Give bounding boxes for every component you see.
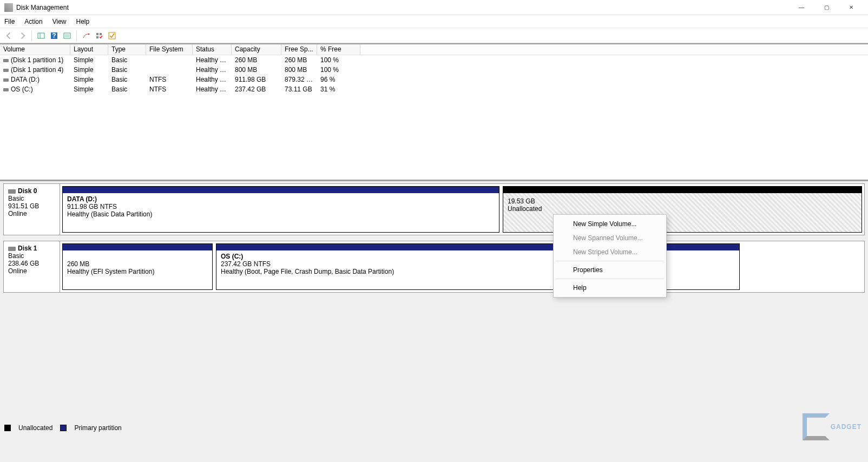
- forward-button[interactable]: [16, 30, 28, 42]
- menu-file[interactable]: File: [4, 18, 15, 25]
- partition-data-d[interactable]: DATA (D:) 911.98 GB NTFS Healthy (Basic …: [62, 186, 499, 233]
- menu-help[interactable]: Help: [76, 18, 90, 25]
- back-button[interactable]: [3, 30, 15, 42]
- legend-unallocated-swatch: [4, 425, 11, 431]
- svg-text:?: ?: [52, 32, 56, 39]
- context-menu: New Simple Volume... New Spanned Volume.…: [553, 214, 667, 298]
- ctx-new-striped-volume: New Striped Volume...: [554, 245, 666, 259]
- ctx-separator: [556, 279, 664, 279]
- app-icon: [4, 3, 13, 12]
- disk-icon: [3, 59, 9, 62]
- col-capacity[interactable]: Capacity: [232, 44, 281, 55]
- col-type[interactable]: Type: [108, 44, 146, 55]
- volume-row[interactable]: (Disk 1 partition 4) Simple Basic Health…: [0, 65, 868, 75]
- svg-rect-10: [109, 32, 115, 39]
- disk-0-info[interactable]: Disk 0 Basic 931.51 GB Online: [4, 184, 60, 235]
- svg-rect-0: [38, 33, 44, 38]
- disk-icon: [3, 78, 9, 82]
- svg-rect-8: [100, 33, 102, 35]
- watermark-logo: GADGET: [803, 413, 862, 440]
- volume-list-header: Volume Layout Type File System Status Ca…: [0, 44, 868, 55]
- partition-stripe-primary: [63, 244, 212, 250]
- svg-rect-7: [96, 33, 98, 35]
- disk-icon: [3, 88, 9, 91]
- toolbar-list-icon[interactable]: [93, 30, 105, 42]
- svg-point-6: [88, 33, 90, 35]
- disk-graphic-pane: Disk 0 Basic 931.51 GB Online DATA (D:) …: [0, 180, 868, 462]
- menu-view[interactable]: View: [52, 18, 67, 25]
- disk-icon: [8, 189, 16, 194]
- toolbar-refresh-icon[interactable]: [61, 30, 73, 42]
- menu-action[interactable]: Action: [24, 18, 42, 25]
- menubar: File Action View Help: [0, 15, 868, 28]
- toolbar-show-hide-console-tree[interactable]: [35, 30, 47, 42]
- disk-icon: [3, 69, 9, 72]
- svg-rect-5: [65, 34, 69, 37]
- ctx-properties[interactable]: Properties: [554, 263, 666, 277]
- legend-primary-label: Primary partition: [74, 424, 121, 432]
- ctx-help[interactable]: Help: [554, 281, 666, 295]
- legend-primary-swatch: [60, 425, 67, 431]
- volume-row[interactable]: (Disk 1 partition 1) Simple Basic Health…: [0, 55, 868, 65]
- volume-row[interactable]: OS (C:) Simple Basic NTFS Healthy (B... …: [0, 84, 868, 94]
- col-free[interactable]: Free Sp...: [281, 44, 317, 55]
- col-layout[interactable]: Layout: [70, 44, 108, 55]
- toolbar-settings-icon[interactable]: [80, 30, 92, 42]
- col-status[interactable]: Status: [193, 44, 232, 55]
- titlebar: Disk Management — ▢ ✕: [0, 0, 868, 15]
- toolbar: ?: [0, 28, 868, 43]
- disk-1-info[interactable]: Disk 1 Basic 238.46 GB Online: [4, 241, 60, 292]
- disk-icon: [8, 247, 16, 251]
- svg-rect-9: [96, 36, 98, 38]
- volume-list-pane: Volume Layout Type File System Status Ca…: [0, 43, 868, 180]
- volume-row[interactable]: DATA (D:) Simple Basic NTFS Healthy (B..…: [0, 75, 868, 84]
- partition-stripe-unallocated: [503, 187, 862, 193]
- col-percent-free[interactable]: % Free: [317, 44, 360, 55]
- col-volume[interactable]: Volume: [0, 44, 70, 55]
- partition-stripe-primary: [63, 187, 499, 193]
- col-filesystem[interactable]: File System: [146, 44, 193, 55]
- ctx-separator: [556, 261, 664, 261]
- close-button[interactable]: ✕: [839, 1, 864, 14]
- partition-efi[interactable]: 260 MB Healthy (EFI System Partition): [62, 243, 213, 290]
- toolbar-check-icon[interactable]: [106, 30, 118, 42]
- toolbar-help-icon[interactable]: ?: [48, 30, 60, 42]
- maximize-button[interactable]: ▢: [814, 1, 839, 14]
- ctx-new-spanned-volume: New Spanned Volume...: [554, 231, 666, 245]
- minimize-button[interactable]: —: [789, 1, 814, 14]
- legend: Unallocated Primary partition: [4, 424, 122, 432]
- legend-unallocated-label: Unallocated: [18, 424, 52, 432]
- window-title: Disk Management: [16, 4, 789, 11]
- disk-1-row: Disk 1 Basic 238.46 GB Online 260 MB Hea…: [3, 241, 865, 293]
- ctx-new-simple-volume[interactable]: New Simple Volume...: [554, 217, 666, 231]
- disk-0-row: Disk 0 Basic 931.51 GB Online DATA (D:) …: [3, 183, 865, 235]
